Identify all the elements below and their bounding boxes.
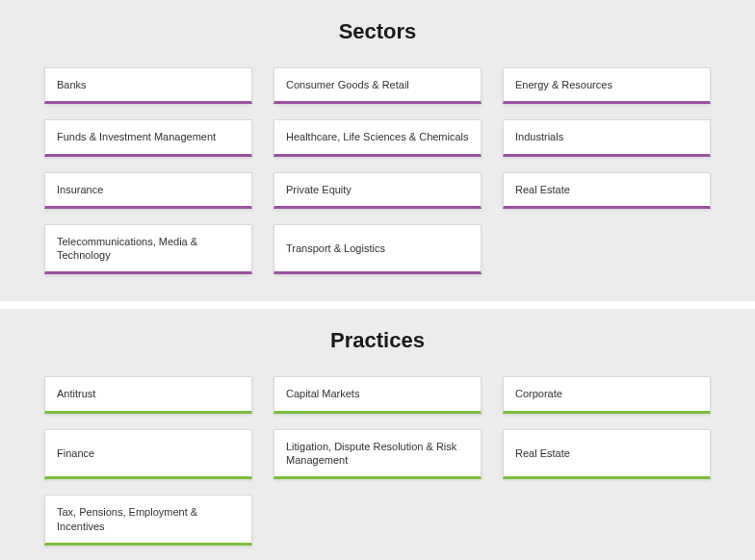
practices-grid: Antitrust Capital Markets Corporate Fina… [0,376,755,545]
practice-card[interactable]: Corporate [503,376,711,413]
practice-label: Capital Markets [286,387,359,400]
sectors-heading: Sectors [0,19,755,44]
sector-card[interactable]: Private Equity [273,172,482,209]
sector-label: Energy & Resources [515,78,612,91]
sector-label: Insurance [57,183,103,196]
practice-label: Corporate [515,387,562,400]
practice-card[interactable]: Capital Markets [273,376,482,413]
sector-label: Consumer Goods & Retail [286,78,409,91]
practice-card[interactable]: Real Estate [503,429,711,480]
sector-label: Real Estate [515,183,570,196]
sector-card[interactable]: Telecommunications, Media & Technology [44,224,252,275]
practice-card[interactable]: Antitrust [44,376,252,413]
sector-label: Banks [57,78,87,91]
practice-card[interactable]: Litigation, Dispute Resolution & Risk Ma… [273,429,482,480]
sector-card[interactable]: Energy & Resources [503,67,711,104]
sector-card[interactable]: Real Estate [503,172,711,209]
practice-label: Real Estate [515,446,570,460]
practice-card[interactable]: Tax, Pensions, Employment & Incentives [44,495,252,546]
sector-label: Funds & Investment Management [57,130,216,143]
practices-section: Practices Antitrust Capital Markets Corp… [0,309,755,560]
practice-label: Antitrust [57,387,95,400]
practice-label: Tax, Pensions, Employment & Incentives [57,505,240,533]
practice-label: Finance [57,446,94,460]
sector-label: Transport & Logistics [286,242,385,255]
sector-label: Private Equity [286,183,351,196]
sector-label: Telecommunications, Media & Technology [57,235,240,263]
sectors-grid: Banks Consumer Goods & Retail Energy & R… [0,67,755,274]
sector-card[interactable]: Funds & Investment Management [44,119,252,156]
sector-card[interactable]: Healthcare, Life Sciences & Chemicals [273,119,482,156]
sector-card[interactable]: Transport & Logistics [273,224,482,275]
sector-card[interactable]: Insurance [44,172,252,209]
sector-card[interactable]: Industrials [503,119,711,156]
sector-label: Healthcare, Life Sciences & Chemicals [286,130,469,143]
practice-card[interactable]: Finance [44,429,252,480]
practice-label: Litigation, Dispute Resolution & Risk Ma… [286,440,469,468]
practices-heading: Practices [0,328,755,353]
sector-card[interactable]: Banks [44,67,252,104]
sectors-section: Sectors Banks Consumer Goods & Retail En… [0,0,755,301]
sector-label: Industrials [515,130,563,143]
sector-card[interactable]: Consumer Goods & Retail [273,67,482,104]
